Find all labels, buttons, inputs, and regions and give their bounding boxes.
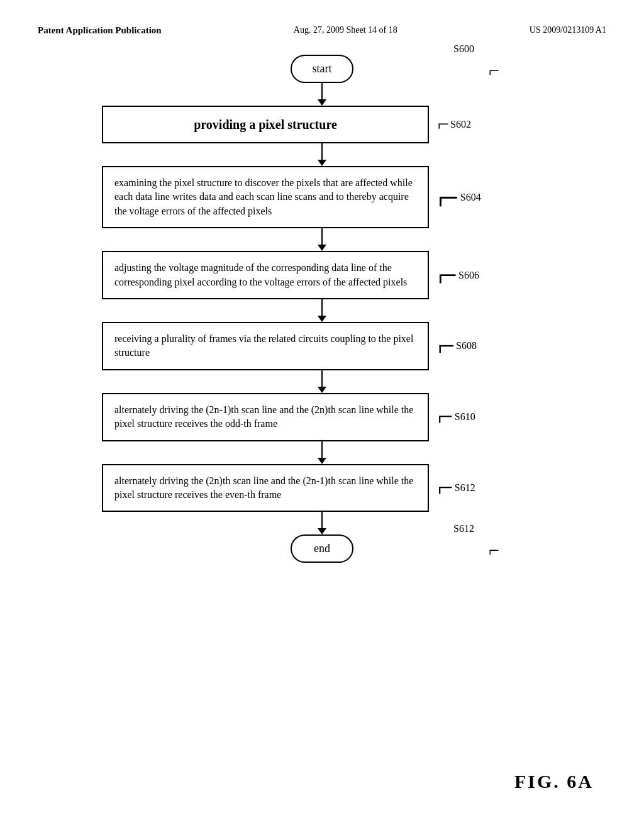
arrow-1 xyxy=(102,83,542,106)
step-s604-group: examining the pixel structure to discove… xyxy=(102,166,542,228)
step-s610-group: alternately driving the (2n-1)th scan li… xyxy=(102,393,542,441)
arrow-3 xyxy=(102,228,542,251)
step-s602-group: providing a pixel structure ⌐ S602 xyxy=(102,106,542,143)
step-s610-label: ⌐ S610 xyxy=(438,409,475,425)
step-s602-text: providing a pixel structure xyxy=(194,118,337,131)
step-s608-text: receiving a plurality of frames via the … xyxy=(114,333,413,358)
step-s602-label: ⌐ S602 xyxy=(438,116,471,133)
step-s604-text: examining the pixel structure to discove… xyxy=(114,177,413,216)
step-s608-label-text: S608 xyxy=(456,340,477,351)
step-s612-text: alternately driving the (2n)th scan line… xyxy=(114,475,413,500)
step-s612-label: ⌐ S612 xyxy=(438,480,475,496)
arrow-6 xyxy=(102,441,542,464)
end-bracket: ⌐ xyxy=(489,540,499,561)
step-s610-label-text: S610 xyxy=(455,411,475,423)
step-s606-text: adjusting the voltage magnitude of the c… xyxy=(114,262,407,287)
start-node-group: start S600 ⌐ xyxy=(102,55,542,83)
figure-label: FIG. 6A xyxy=(514,771,594,792)
step-s612-group: alternately driving the (2n)th scan line… xyxy=(102,464,542,512)
arrow-4 xyxy=(102,299,542,322)
end-node-group: end S612 ⌐ xyxy=(102,534,542,563)
step-s606-box: adjusting the voltage magnitude of the c… xyxy=(102,251,429,299)
s600-label: S600 xyxy=(453,43,474,55)
step-s608-label: ⌐ S608 xyxy=(438,337,477,355)
step-s608-group: receiving a plurality of frames via the … xyxy=(102,322,542,370)
step-s606-label: ⌐ S606 xyxy=(438,265,479,285)
step-s602-label-text: S602 xyxy=(450,119,471,130)
step-s608-box: receiving a plurality of frames via the … xyxy=(102,322,429,370)
arrow-2 xyxy=(102,143,542,166)
end-s612-label: S612 xyxy=(453,523,474,534)
step-s604-box: examining the pixel structure to discove… xyxy=(102,166,429,228)
step-s602-box: providing a pixel structure xyxy=(102,106,429,143)
header-publication-type: Patent Application Publication xyxy=(38,25,162,36)
s600-bracket: ⌐ xyxy=(489,60,499,81)
step-s604-label-text: S604 xyxy=(460,192,481,203)
step-s612-label-text: S612 xyxy=(455,482,475,494)
start-oval: start xyxy=(291,55,353,83)
step-s612-box: alternately driving the (2n)th scan line… xyxy=(102,464,429,512)
page-header: Patent Application Publication Aug. 27, … xyxy=(38,25,606,36)
arrow-5 xyxy=(102,370,542,393)
end-oval: end xyxy=(291,534,353,563)
header-date-sheet: Aug. 27, 2009 Sheet 14 of 18 xyxy=(294,25,397,35)
flowchart-diagram: start S600 ⌐ providing a pixel structure… xyxy=(38,55,606,563)
step-s606-group: adjusting the voltage magnitude of the c… xyxy=(102,251,542,299)
page: Patent Application Publication Aug. 27, … xyxy=(0,0,644,830)
header-patent-number: US 2009/0213109 A1 xyxy=(530,25,606,35)
step-s604-label: ⌐ S604 xyxy=(438,186,481,209)
step-s610-text: alternately driving the (2n-1)th scan li… xyxy=(114,404,413,429)
step-s610-box: alternately driving the (2n-1)th scan li… xyxy=(102,393,429,441)
step-s606-label-text: S606 xyxy=(458,270,479,281)
arrow-7 xyxy=(102,512,542,534)
